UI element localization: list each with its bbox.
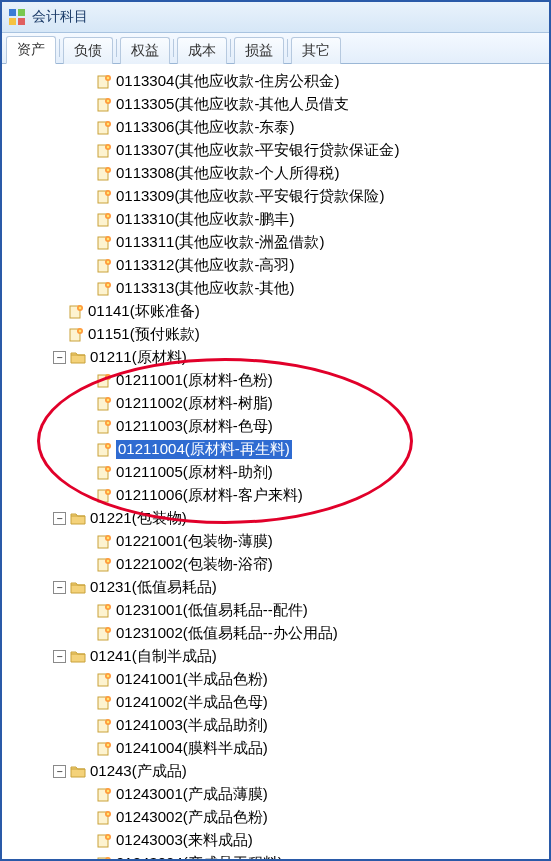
account-leaf-icon <box>96 143 112 159</box>
account-leaf-icon <box>96 212 112 228</box>
tree-item-label[interactable]: 01211005(原材料-助剂) <box>116 463 273 482</box>
collapse-icon[interactable]: − <box>53 351 66 364</box>
account-leaf-icon <box>96 626 112 642</box>
tree-item-label[interactable]: 0113311(其他应收款-洲盈借款) <box>116 233 324 252</box>
tree-item-label[interactable]: 01243002(产成品色粉) <box>116 808 268 827</box>
account-leaf-icon <box>96 120 112 136</box>
tree-row[interactable]: 01221002(包装物-浴帘) <box>2 553 549 576</box>
tree-item-label[interactable]: 0113304(其他应收款-住房公积金) <box>116 72 339 91</box>
collapse-icon[interactable]: − <box>53 512 66 525</box>
tree-row[interactable]: −01241(自制半成品) <box>2 645 549 668</box>
tree-row[interactable]: 01243003(来料成品) <box>2 829 549 852</box>
tab-0[interactable]: 资产 <box>6 36 56 64</box>
tree-item-label[interactable]: 01241004(膜料半成品) <box>116 739 268 758</box>
tree-row[interactable]: 01221001(包装物-薄膜) <box>2 530 549 553</box>
tree-item-label[interactable]: 01241002(半成品色母) <box>116 693 268 712</box>
account-leaf-icon <box>96 833 112 849</box>
tree-row[interactable]: 0113311(其他应收款-洲盈借款) <box>2 231 549 254</box>
tree-row[interactable]: 01231001(低值易耗品--配件) <box>2 599 549 622</box>
tree-row[interactable]: −01231(低值易耗品) <box>2 576 549 599</box>
account-leaf-icon <box>96 695 112 711</box>
tree-row[interactable]: −01221(包装物) <box>2 507 549 530</box>
tree-item-label[interactable]: 01243004(产成品工程料) <box>116 854 283 859</box>
tree-item-label[interactable]: 01243(产成品) <box>90 762 187 781</box>
tree-row[interactable]: −01243(产成品) <box>2 760 549 783</box>
tree-row[interactable]: 01211003(原材料-色母) <box>2 415 549 438</box>
tree-row[interactable]: −01211(原材料) <box>2 346 549 369</box>
tree-row[interactable]: 01151(预付账款) <box>2 323 549 346</box>
collapse-icon[interactable]: − <box>53 581 66 594</box>
tree-item-label[interactable]: 01211006(原材料-客户来料) <box>116 486 303 505</box>
svg-rect-1 <box>18 9 25 16</box>
tree-item-label[interactable]: 01241(自制半成品) <box>90 647 217 666</box>
tree-item-label[interactable]: 01221(包装物) <box>90 509 187 528</box>
tree-item-label[interactable]: 01211(原材料) <box>90 348 187 367</box>
tab-2[interactable]: 权益 <box>120 37 170 64</box>
tree-row[interactable]: 01211001(原材料-色粉) <box>2 369 549 392</box>
tree-row[interactable]: 0113310(其他应收款-鹏丰) <box>2 208 549 231</box>
tab-4[interactable]: 损益 <box>234 37 284 64</box>
tree-item-label[interactable]: 01231002(低值易耗品--办公用品) <box>116 624 338 643</box>
tree-row[interactable]: 0113313(其他应收款-其他) <box>2 277 549 300</box>
app-window: 会计科目 资产负债权益成本损益其它 0113304(其他应收款-住房公积金)01… <box>0 0 551 861</box>
tree-row[interactable]: 0113308(其他应收款-个人所得税) <box>2 162 549 185</box>
tree-item-label[interactable]: 01211003(原材料-色母) <box>116 417 273 436</box>
tree-item-label[interactable]: 01231(低值易耗品) <box>90 578 217 597</box>
tree-item-label[interactable]: 0113309(其他应收款-平安银行贷款保险) <box>116 187 384 206</box>
titlebar: 会计科目 <box>2 2 549 33</box>
account-leaf-icon <box>96 810 112 826</box>
tree-row[interactable]: 01211002(原材料-树脂) <box>2 392 549 415</box>
tree-row[interactable]: 01211004(原材料-再生料) <box>2 438 549 461</box>
account-leaf-icon <box>96 396 112 412</box>
tree-item-label[interactable]: 01241003(半成品助剂) <box>116 716 268 735</box>
tree-row[interactable]: 0113305(其他应收款-其他人员借支 <box>2 93 549 116</box>
tree-item-label[interactable]: 01241001(半成品色粉) <box>116 670 268 689</box>
tree-item-label[interactable]: 0113307(其他应收款-平安银行贷款保证金) <box>116 141 399 160</box>
tab-1[interactable]: 负债 <box>63 37 113 64</box>
tree-item-label[interactable]: 01151(预付账款) <box>88 325 200 344</box>
tree-item-label[interactable]: 01211002(原材料-树脂) <box>116 394 273 413</box>
tree-row[interactable]: 01241002(半成品色母) <box>2 691 549 714</box>
tree-row[interactable]: 0113312(其他应收款-高羽) <box>2 254 549 277</box>
tree-item-label[interactable]: 0113306(其他应收款-东泰) <box>116 118 294 137</box>
window-title: 会计科目 <box>32 8 88 26</box>
account-leaf-icon <box>96 281 112 297</box>
folder-icon <box>70 649 86 665</box>
tree-row[interactable]: 01243002(产成品色粉) <box>2 806 549 829</box>
tree-item-label[interactable]: 01243003(来料成品) <box>116 831 253 850</box>
tree-row[interactable]: 01241004(膜料半成品) <box>2 737 549 760</box>
tree-item-label[interactable]: 0113308(其他应收款-个人所得税) <box>116 164 339 183</box>
tree-item-label[interactable]: 01231001(低值易耗品--配件) <box>116 601 308 620</box>
tree-row[interactable]: 0113306(其他应收款-东泰) <box>2 116 549 139</box>
tree-item-label[interactable]: 01221002(包装物-浴帘) <box>116 555 273 574</box>
account-tree[interactable]: 0113304(其他应收款-住房公积金)0113305(其他应收款-其他人员借支… <box>2 66 549 859</box>
tree-item-label[interactable]: 0113305(其他应收款-其他人员借支 <box>116 95 349 114</box>
tree-row[interactable]: 0113307(其他应收款-平安银行贷款保证金) <box>2 139 549 162</box>
account-leaf-icon <box>96 258 112 274</box>
tree-item-label[interactable]: 01141(坏账准备) <box>88 302 200 321</box>
tree-row[interactable]: 01243004(产成品工程料) <box>2 852 549 859</box>
tree-row[interactable]: 01241003(半成品助剂) <box>2 714 549 737</box>
tree-row[interactable]: 01211005(原材料-助剂) <box>2 461 549 484</box>
account-leaf-icon <box>68 304 84 320</box>
tree-row[interactable]: 01141(坏账准备) <box>2 300 549 323</box>
tree-item-label[interactable]: 01221001(包装物-薄膜) <box>116 532 273 551</box>
tree-item-label[interactable]: 0113313(其他应收款-其他) <box>116 279 294 298</box>
collapse-icon[interactable]: − <box>53 650 66 663</box>
tree-item-label[interactable]: 0113312(其他应收款-高羽) <box>116 256 294 275</box>
tree-row[interactable]: 01211006(原材料-客户来料) <box>2 484 549 507</box>
tree-item-label[interactable]: 0113310(其他应收款-鹏丰) <box>116 210 294 229</box>
tree-row[interactable]: 0113309(其他应收款-平安银行贷款保险) <box>2 185 549 208</box>
collapse-icon[interactable]: − <box>53 765 66 778</box>
tree-item-label[interactable]: 01211004(原材料-再生料) <box>116 440 292 459</box>
tree-row[interactable]: 01243001(产成品薄膜) <box>2 783 549 806</box>
tab-bar: 资产负债权益成本损益其它 <box>2 33 549 64</box>
tree-row[interactable]: 0113304(其他应收款-住房公积金) <box>2 70 549 93</box>
tree-row[interactable]: 01241001(半成品色粉) <box>2 668 549 691</box>
tab-separator <box>287 39 288 57</box>
tab-3[interactable]: 成本 <box>177 37 227 64</box>
tree-row[interactable]: 01231002(低值易耗品--办公用品) <box>2 622 549 645</box>
tree-item-label[interactable]: 01243001(产成品薄膜) <box>116 785 268 804</box>
tab-5[interactable]: 其它 <box>291 37 341 64</box>
tree-item-label[interactable]: 01211001(原材料-色粉) <box>116 371 273 390</box>
